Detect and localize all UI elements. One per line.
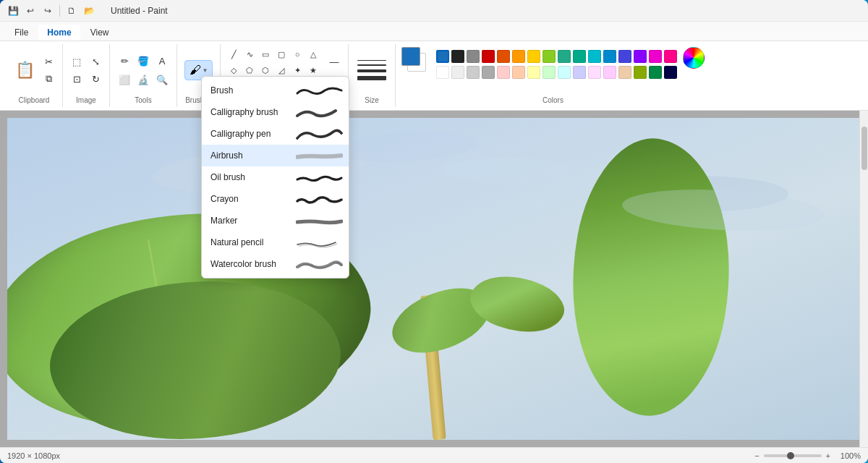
swatch-orange-red[interactable] bbox=[497, 50, 510, 63]
swatch-light-pink[interactable] bbox=[497, 66, 510, 79]
tab-view[interactable]: View bbox=[82, 25, 118, 41]
size-1px[interactable] bbox=[357, 60, 386, 61]
brush-item-marker[interactable]: Marker bbox=[202, 210, 349, 232]
color-row-1 bbox=[436, 50, 677, 63]
swatch-pink[interactable] bbox=[664, 50, 677, 63]
swatch-red[interactable] bbox=[482, 50, 495, 63]
swatch-yellow[interactable] bbox=[527, 50, 540, 63]
copy-button[interactable]: ⧉ bbox=[41, 71, 56, 87]
zoom-slider[interactable] bbox=[764, 454, 822, 457]
swatch-lavender[interactable] bbox=[573, 66, 586, 79]
eraser-tool[interactable]: ⬜ bbox=[116, 71, 133, 88]
resize-button[interactable]: ⤡ bbox=[88, 54, 103, 69]
swatch-peach[interactable] bbox=[512, 66, 525, 79]
brush-item-oil-brush[interactable]: Oil brush bbox=[202, 166, 349, 188]
brush-stroke-svg-watercolor bbox=[296, 257, 343, 271]
swatch-navy[interactable] bbox=[664, 66, 677, 79]
swatch-teal[interactable] bbox=[558, 50, 571, 63]
rotate-button[interactable]: ↻ bbox=[88, 71, 103, 87]
brush-dropdown-menu: Brush Calligraphy brush Calligraphy pen bbox=[201, 76, 349, 279]
swatch-purple[interactable] bbox=[634, 50, 647, 63]
paste-button[interactable]: 📋 bbox=[12, 54, 38, 86]
cut-button[interactable]: ✂ bbox=[41, 54, 56, 69]
swatch-white[interactable] bbox=[436, 66, 449, 79]
swatch-dark-green[interactable] bbox=[649, 66, 662, 79]
swatch-cornflower[interactable] bbox=[603, 50, 616, 63]
zoom-in-button[interactable]: + bbox=[826, 451, 830, 460]
shape-rect[interactable]: ▭ bbox=[258, 47, 273, 61]
title-bar-text: Untitled - Paint bbox=[111, 6, 168, 16]
shape-outline-button[interactable]: — bbox=[326, 54, 342, 69]
eyedropper-tool[interactable]: 🔬 bbox=[135, 71, 152, 88]
swatch-cyan[interactable] bbox=[588, 50, 601, 63]
scrollbar-thumb[interactable] bbox=[861, 127, 867, 170]
shape-ellipse[interactable]: ○ bbox=[290, 47, 305, 61]
color-wheel[interactable] bbox=[683, 47, 705, 69]
swatch-light-cyan[interactable] bbox=[558, 66, 571, 79]
undo-icon[interactable]: ↩ bbox=[23, 4, 38, 18]
open-icon[interactable]: 📂 bbox=[82, 4, 96, 18]
brush-item-watercolor-brush[interactable]: Watercolor brush bbox=[202, 253, 349, 275]
swatch-magenta[interactable] bbox=[649, 50, 662, 63]
swatch-light-green[interactable] bbox=[542, 66, 556, 79]
shape-roundrect[interactable]: ▢ bbox=[274, 47, 289, 61]
shape-triangle[interactable]: △ bbox=[306, 47, 320, 61]
size-4px[interactable] bbox=[357, 69, 386, 72]
zoom-level: 100% bbox=[835, 451, 861, 460]
swatch-black[interactable] bbox=[451, 50, 464, 63]
swatch-green[interactable] bbox=[573, 50, 586, 63]
group-clipboard: 📋 ✂ ⧉ Clipboard bbox=[6, 44, 63, 107]
swatch-light-yellow[interactable] bbox=[527, 66, 540, 79]
shape-curve[interactable]: ∿ bbox=[242, 47, 257, 61]
canvas-area[interactable] bbox=[0, 111, 868, 447]
zoom-tool[interactable]: 🔍 bbox=[153, 71, 171, 88]
brush-item-calligraphy-brush[interactable]: Calligraphy brush bbox=[202, 101, 349, 123]
swatch-light-violet[interactable] bbox=[603, 66, 616, 79]
crop-button[interactable]: ⊡ bbox=[69, 71, 85, 87]
brush-stroke-preview-calligraphy-brush bbox=[296, 105, 343, 119]
shape-hexagon[interactable]: ⬡ bbox=[258, 63, 273, 77]
bg-detail-2 bbox=[441, 158, 571, 183]
swatch-tan[interactable] bbox=[618, 66, 631, 79]
redo-icon[interactable]: ↪ bbox=[41, 4, 55, 18]
swatch-medium-gray[interactable] bbox=[482, 66, 495, 79]
shape-pentagon[interactable]: ⬠ bbox=[242, 63, 257, 77]
brush-item-brush[interactable]: Brush bbox=[202, 80, 349, 101]
shape-star4[interactable]: ✦ bbox=[290, 63, 305, 77]
brush-item-calligraphy-pen[interactable]: Calligraphy pen bbox=[202, 123, 349, 145]
size-lines bbox=[354, 57, 389, 83]
swatch-olive[interactable] bbox=[634, 66, 647, 79]
paint-canvas[interactable] bbox=[7, 118, 861, 440]
group-image: ⬚ ⊡ ⤡ ↻ Image bbox=[63, 44, 110, 107]
colors-label: Colors bbox=[542, 93, 563, 104]
swatch-orange[interactable] bbox=[512, 50, 525, 63]
shape-line[interactable]: ╱ bbox=[226, 47, 241, 61]
shape-rhombus[interactable]: ◇ bbox=[226, 63, 241, 77]
text-tool[interactable]: A bbox=[153, 52, 171, 69]
tab-home[interactable]: Home bbox=[38, 25, 80, 41]
vertical-scrollbar[interactable] bbox=[859, 111, 868, 447]
swatch-light-gray1[interactable] bbox=[451, 66, 464, 79]
brush-item-crayon-label: Crayon bbox=[210, 194, 290, 204]
size-6px[interactable] bbox=[357, 76, 386, 80]
brush-item-airbrush[interactable]: Airbrush bbox=[202, 145, 349, 166]
save-icon[interactable]: 💾 bbox=[6, 4, 20, 18]
shape-right-triangle[interactable]: ◿ bbox=[274, 63, 289, 77]
pencil-tool[interactable]: ✏ bbox=[116, 52, 133, 69]
swatch-gray[interactable] bbox=[467, 50, 480, 63]
shape-star5[interactable]: ★ bbox=[306, 63, 320, 77]
size-2px[interactable] bbox=[357, 64, 386, 66]
select-button[interactable]: ⬚ bbox=[69, 54, 85, 69]
new-icon[interactable]: 🗋 bbox=[64, 4, 79, 18]
swatch-medium-blue[interactable] bbox=[618, 50, 631, 63]
zoom-out-button[interactable]: − bbox=[754, 451, 759, 460]
brush-item-crayon[interactable]: Crayon bbox=[202, 188, 349, 210]
fill-tool[interactable]: 🪣 bbox=[135, 52, 152, 69]
swatch-blue[interactable] bbox=[436, 50, 449, 63]
swatch-light-magenta[interactable] bbox=[588, 66, 601, 79]
color1-swatch[interactable] bbox=[401, 47, 420, 66]
swatch-yellow-green[interactable] bbox=[542, 50, 556, 63]
brush-item-natural-pencil[interactable]: Natural pencil bbox=[202, 232, 349, 253]
tab-file[interactable]: File bbox=[6, 25, 37, 41]
swatch-light-gray2[interactable] bbox=[467, 66, 480, 79]
